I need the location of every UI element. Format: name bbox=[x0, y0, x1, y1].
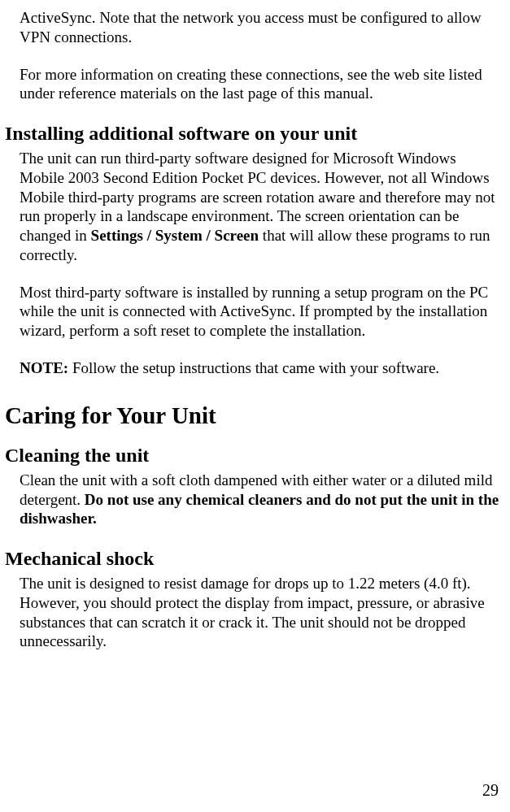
cleaning-paragraph: Clean the unit with a soft cloth dampene… bbox=[20, 471, 500, 528]
page-number: 29 bbox=[482, 780, 499, 801]
heading-cleaning-unit: Cleaning the unit bbox=[5, 443, 505, 467]
intro-paragraph-1: ActiveSync. Note that the network you ac… bbox=[20, 8, 500, 47]
intro-paragraph-2: For more information on creating these c… bbox=[20, 65, 500, 104]
mechanical-shock-paragraph: The unit is designed to resist damage fo… bbox=[20, 574, 500, 651]
installing-note: NOTE: Follow the setup instructions that… bbox=[20, 358, 500, 378]
installing-p1-bold: Settings / System / Screen bbox=[91, 227, 259, 244]
installing-paragraph-2: Most third-party software is installed b… bbox=[20, 283, 500, 341]
heading-caring-for-unit: Caring for Your Unit bbox=[5, 401, 505, 430]
note-text: Follow the setup instructions that came … bbox=[68, 359, 439, 376]
installing-paragraph-1: The unit can run third-party software de… bbox=[20, 149, 500, 265]
cleaning-bold: Do not use any chemical cleaners and do … bbox=[20, 491, 499, 528]
heading-installing-software: Installing additional software on your u… bbox=[5, 121, 505, 145]
note-label: NOTE: bbox=[20, 359, 68, 376]
heading-mechanical-shock: Mechanical shock bbox=[5, 546, 505, 571]
